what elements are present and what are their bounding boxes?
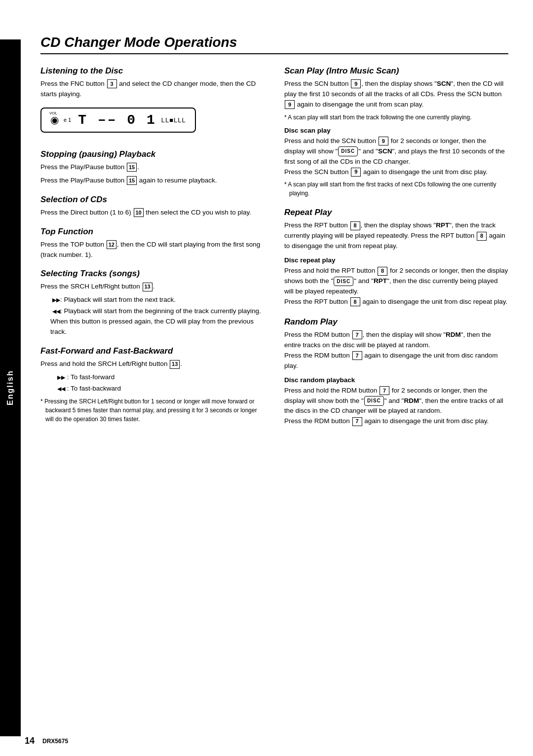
sidebar-english-label: English	[0, 39, 21, 736]
listening-text: Press the FNC button 3 and select the CD…	[40, 79, 265, 100]
top-text: Press the TOP button 12, then the CD wil…	[40, 240, 265, 260]
fast-bullets: : To fast-forward : To fast-backward	[55, 372, 265, 394]
button-ref-7b: 7	[352, 351, 362, 360]
section-random-title: Random Play	[284, 317, 508, 327]
button-ref-12: 12	[107, 240, 116, 249]
selection-text: Press the Direct button (1 to 6) 10 then…	[40, 208, 265, 218]
disc-random-heading: Disc random playback	[284, 376, 508, 384]
disc-repeat-text: Press and hold the RPT button 8 for 2 se…	[284, 266, 508, 307]
button-ref-9a: 9	[351, 79, 361, 88]
section-stopping-title: Stopping (pausing) Playback	[40, 149, 265, 159]
fastforward-note: * Pressing the SRCH Left/Right button fo…	[40, 397, 265, 424]
section-listening-title: Listening to the Disc	[40, 66, 265, 76]
button-ref-7c: 7	[380, 386, 389, 395]
section-selection-title: Selection of CDs	[40, 195, 265, 205]
button-ref-15a: 15	[127, 163, 137, 172]
button-ref-10: 10	[134, 208, 144, 217]
button-ref-13a: 13	[143, 283, 152, 291]
button-ref-7d: 7	[352, 417, 362, 426]
cd-display: ◉VOL e 1 T –– 0 1 LL■LLL	[40, 108, 196, 133]
disc-repeat-heading: Disc repeat play	[284, 256, 508, 264]
button-ref-13b: 13	[170, 360, 180, 369]
button-ref-8a: 8	[350, 221, 360, 230]
bullet-ff: : Playback will start from the next trac…	[50, 295, 265, 305]
button-ref-8b: 8	[477, 232, 487, 241]
section-scan-title: Scan Play (Intro Music Scan)	[284, 66, 508, 76]
scan-note: * A scan play will start from the track …	[284, 113, 508, 122]
right-column: Scan Play (Intro Music Scan) Press the S…	[284, 66, 508, 430]
bar-display: LL■LLL	[161, 116, 186, 124]
section-fastforward-title: Fast-Forward and Fast-Backward	[40, 346, 265, 356]
button-ref-8d: 8	[350, 297, 360, 306]
button-ref-7a: 7	[352, 330, 362, 339]
button-ref-8c: 8	[378, 267, 387, 276]
bullet-fast-fwd: : To fast-forward	[55, 372, 265, 383]
disc-scan-note: * A scan play will start from the first …	[284, 180, 508, 198]
disc-badge-repeat: DISC	[334, 277, 353, 287]
disc-scan-heading: Disc scan play	[284, 127, 508, 134]
page-footer: 14 DRX5675	[25, 736, 68, 746]
stopping-text-2: Press the Play/Pause button 15 again to …	[40, 176, 265, 186]
bullet-fast-bkd: : To fast-backward	[55, 384, 265, 394]
random-text: Press the RDM button 7, then the display…	[284, 330, 508, 371]
fastforward-text: Press and hold the SRCH Left/Right butto…	[40, 359, 265, 369]
disc-scan-text: Press and hold the SCN button 9 for 2 se…	[284, 136, 508, 178]
repeat-text: Press the RPT button 8, then the display…	[284, 220, 508, 252]
model-number: DRX5675	[42, 738, 68, 745]
button-ref-15b: 15	[127, 176, 137, 185]
scan-text: Press the SCN button 9, then the display…	[284, 79, 508, 110]
left-column: Listening to the Disc Press the FNC butt…	[40, 66, 265, 430]
disc-random-text: Press and hold the RDM button 7 for 2 se…	[284, 386, 508, 427]
button-ref-3: 3	[107, 79, 117, 88]
section-tracks-title: Selecting Tracks (songs)	[40, 269, 265, 279]
e1-label: e 1	[64, 117, 71, 123]
button-ref-9c: 9	[379, 137, 388, 145]
section-repeat-title: Repeat Play	[284, 208, 508, 217]
tracks-bullets: : Playback will start from the next trac…	[50, 295, 265, 337]
stopping-text-1: Press the Play/Pause button 15.	[40, 162, 265, 173]
bullet-fb: : Playback will start from the beginning…	[50, 306, 265, 337]
page-title: CD Changer Mode Operations	[40, 35, 508, 54]
button-ref-9b: 9	[285, 100, 295, 109]
tracks-text: Press the SRCH Left/Right button 13.	[40, 282, 265, 292]
track-display: T –– 0 1	[78, 112, 156, 128]
vol-icon: ◉VOL	[50, 114, 59, 126]
section-top-title: Top Function	[40, 227, 265, 237]
page-number: 14	[25, 736, 35, 746]
button-ref-9d: 9	[351, 168, 361, 177]
disc-badge-scan: DISC	[338, 146, 358, 156]
disc-badge-random: DISC	[364, 396, 384, 406]
